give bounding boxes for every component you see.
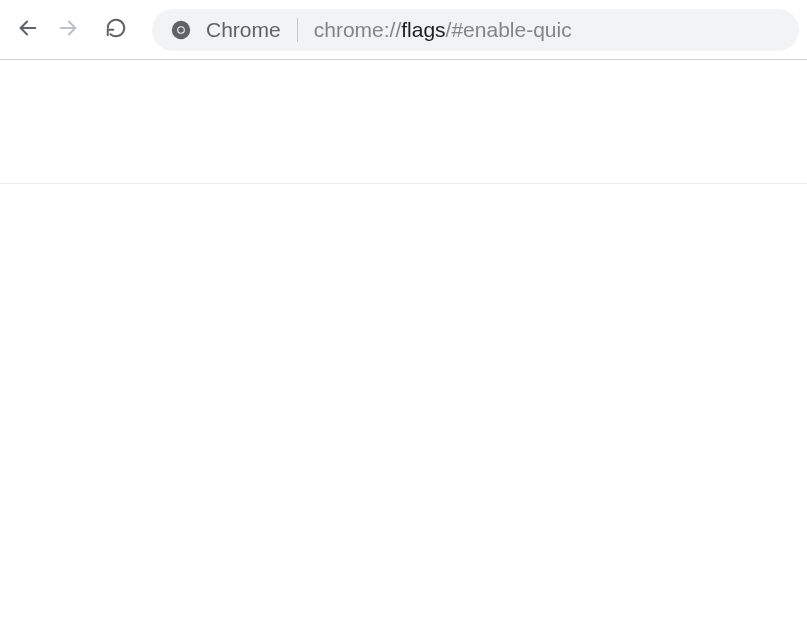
back-button[interactable] [8, 10, 48, 50]
reload-button[interactable] [96, 10, 136, 50]
page-header-area [0, 60, 807, 184]
url-host: flags [401, 18, 445, 42]
url-path: /#enable-quic [446, 18, 572, 42]
chrome-icon [170, 19, 192, 41]
url-scheme: chrome:// [314, 18, 402, 42]
reload-icon [105, 17, 127, 42]
arrow-right-icon [57, 17, 79, 42]
site-label: Chrome [206, 18, 281, 42]
svg-point-4 [178, 27, 184, 33]
forward-button[interactable] [48, 10, 88, 50]
arrow-left-icon [17, 17, 39, 42]
omnibox-divider [297, 18, 298, 42]
address-bar[interactable]: Chrome chrome://flags/#enable-quic [152, 9, 799, 51]
browser-toolbar: Chrome chrome://flags/#enable-quic [0, 0, 807, 60]
